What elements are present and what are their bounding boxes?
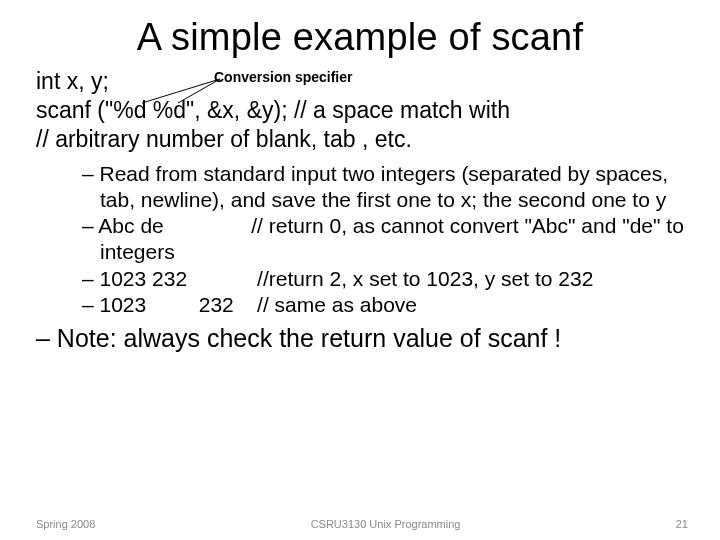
note-line: Note: always check the return value of s… — [36, 324, 692, 353]
footer-right: 21 — [676, 518, 688, 530]
sub-bullets: Read from standard input two integers (s… — [82, 161, 692, 318]
bullet-3: 1023 232 //return 2, x set to 1023, y se… — [82, 266, 692, 292]
slide: A simple example of scanf Conversion spe… — [0, 0, 720, 540]
code-line-1: int x, y; — [36, 67, 692, 96]
bullet-4: 1023 232 // same as above — [82, 292, 692, 318]
footer-center: CSRU3130 Unix Programming — [311, 518, 461, 530]
code-line-2: scanf ("%d %d", &x, &y); // a space matc… — [36, 96, 692, 125]
footer: Spring 2008 CSRU3130 Unix Programming 21 — [0, 518, 720, 530]
slide-title: A simple example of scanf — [28, 16, 692, 59]
body-block: Conversion specifier int x, y; scanf ("%… — [36, 67, 692, 318]
footer-left: Spring 2008 — [36, 518, 95, 530]
bullet-1: Read from standard input two integers (s… — [82, 161, 692, 212]
conversion-specifier-label: Conversion specifier — [214, 69, 353, 87]
code-line-3: // arbitrary number of blank, tab , etc. — [36, 125, 692, 154]
bullet-2: Abc de // return 0, as cannot convert "A… — [82, 213, 692, 264]
